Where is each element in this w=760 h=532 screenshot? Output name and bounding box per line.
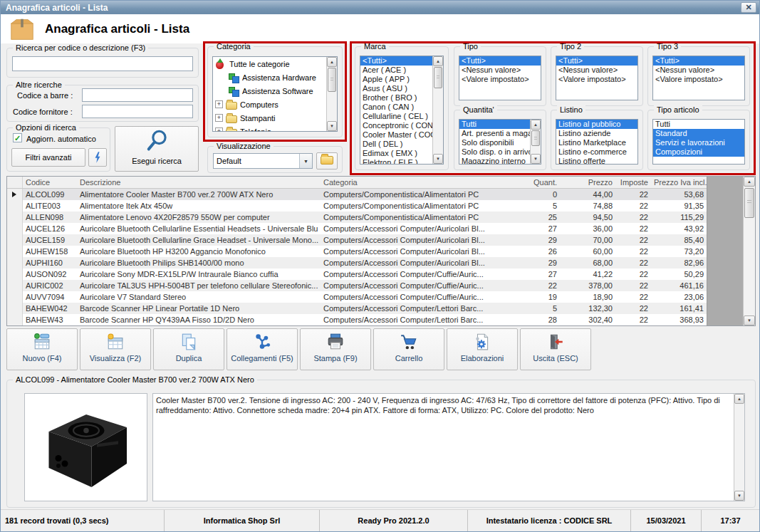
brand-option[interactable]: Brother ( BRO ) — [360, 93, 432, 103]
duplicate-button[interactable]: Duplica — [153, 328, 224, 370]
quantity-option[interactable]: Tutti — [459, 120, 530, 129]
pricelist-option[interactable]: Listino Marketplace — [556, 138, 637, 147]
table-row[interactable]: AUVV7094 Auricolare V7 Standard Stereo C… — [7, 291, 755, 303]
item-type-option[interactable]: Composizioni — [653, 147, 744, 157]
scroll-down-icon[interactable]: ▼ — [531, 154, 541, 164]
tree-expander-icon[interactable] — [215, 100, 223, 108]
scroll-up-icon[interactable]: ▲ — [744, 177, 755, 187]
brand-option[interactable]: Acer ( ACE ) — [360, 66, 432, 75]
table-row[interactable]: ALITE003 Alimentatore Itek Atx 450w Comp… — [7, 200, 755, 212]
scroll-up-icon[interactable]: ▲ — [734, 394, 744, 404]
brand-option[interactable]: Conceptronic ( CON ) — [360, 121, 432, 130]
scroll-up-icon[interactable]: ▲ — [433, 56, 443, 66]
scroll-up-icon[interactable]: ▲ — [327, 57, 337, 67]
tree-expander-icon[interactable] — [215, 114, 223, 122]
item-type-option[interactable]: Servizi e lavorazioni — [653, 138, 744, 147]
brand-option[interactable]: Elektron ( ELE ) — [360, 158, 432, 165]
table-row[interactable]: ALCOL099 Alimentatore Cooler Master B700… — [7, 189, 755, 200]
type2-option[interactable]: <Nessun valore> — [556, 66, 637, 75]
advanced-filters-button[interactable]: Filtri avanzati — [11, 148, 85, 167]
barcode-input[interactable] — [82, 88, 193, 102]
category-tree-item[interactable]: Telefonia — [213, 125, 337, 132]
brand-option[interactable]: Asus ( ASU ) — [360, 84, 432, 93]
new-button[interactable]: Nuovo (F4) — [6, 328, 78, 370]
category-tree-item[interactable]: Computers — [213, 98, 337, 111]
pricelist-option[interactable]: Listino offerte — [556, 157, 637, 165]
links-button[interactable]: Collegamenti (F5) — [227, 328, 298, 370]
column-header[interactable]: Descrizione — [77, 177, 321, 188]
scroll-down-icon[interactable]: ▼ — [744, 315, 755, 325]
quantity-scrollbar[interactable]: ▲ ▼ — [530, 120, 541, 164]
scroll-up-icon[interactable]: ▲ — [531, 120, 541, 130]
pricelist-option[interactable]: Listino e-commerce — [556, 147, 637, 157]
quantity-option[interactable]: Solo disponibili — [459, 138, 530, 147]
auto-update-checkbox[interactable]: ✓ — [13, 133, 22, 142]
type3-option[interactable]: <Valore impostato> — [653, 75, 744, 84]
brand-option[interactable]: Cellularline ( CEL ) — [360, 112, 432, 121]
table-row[interactable]: AURIC002 Auricolare TAL3US HPH-5004BT pe… — [7, 280, 755, 291]
column-header[interactable]: Imposte — [615, 177, 651, 188]
brand-option[interactable]: Apple ( APP ) — [360, 75, 432, 84]
quantity-option[interactable]: Art. presenti a maga — [459, 129, 530, 138]
brand-option[interactable]: Cooler Master ( COO ) — [360, 130, 432, 140]
print-button[interactable]: Stampa (F9) — [300, 328, 371, 370]
quantity-option[interactable]: Solo disp. o in arrivo — [459, 147, 530, 157]
table-row[interactable]: ALLEN098 Alimentatore Lenovo 4X20F28579 … — [7, 212, 755, 223]
scroll-down-icon[interactable]: ▼ — [327, 121, 337, 131]
brand-listbox[interactable]: <Tutti> Acer ( ACE ) Apple ( APP ) Asus … — [360, 56, 444, 165]
type3-option[interactable]: <Nessun valore> — [653, 66, 744, 75]
column-header[interactable]: Prezzo — [560, 177, 615, 188]
tree-expander-icon[interactable] — [215, 127, 223, 132]
type2-option[interactable]: <Tutti> — [556, 56, 637, 66]
table-row[interactable]: AUPHI160 Auricolare Bluetooth Philips SH… — [7, 257, 755, 268]
type-option[interactable]: <Tutti> — [459, 56, 541, 66]
item-type-listbox[interactable]: Tutti Standard Servizi e lavorazioni Com… — [652, 119, 745, 165]
pricelist-listbox[interactable]: Listino al pubblico Listino aziende List… — [556, 119, 638, 165]
category-tree-scrollbar[interactable]: ▲ ▼ — [326, 57, 337, 131]
brand-scrollbar[interactable]: ▲ ▼ — [432, 56, 443, 164]
quantity-option[interactable]: Magazzino interno — [459, 157, 530, 165]
type3-option[interactable]: <Tutti> — [653, 56, 744, 66]
run-search-button[interactable]: Esegui ricerca — [115, 126, 199, 172]
supplier-code-input[interactable] — [82, 105, 193, 118]
chevron-down-icon[interactable]: ▼ — [299, 154, 312, 168]
type2-option[interactable]: <Valore impostato> — [556, 75, 637, 84]
quantity-listbox[interactable]: Tutti Art. presenti a maga Solo disponib… — [459, 119, 541, 165]
quick-filter-button[interactable] — [88, 148, 107, 167]
brand-option[interactable]: Canon ( CAN ) — [360, 103, 432, 112]
table-row[interactable]: BAHEW43 Barcode Scanner HP QY439AA Fisso… — [7, 314, 755, 325]
pricelist-option[interactable]: Listino aziende — [556, 129, 637, 138]
column-header[interactable]: Categoria — [321, 177, 509, 188]
brand-option[interactable]: Dell ( DEL ) — [360, 140, 432, 149]
table-scrollbar[interactable]: ▲ ▼ — [743, 177, 755, 325]
category-tree[interactable]: Tutte le categorie Assistenza Hardware A… — [212, 56, 338, 132]
category-tree-item[interactable]: Assistenza Hardware — [213, 71, 337, 84]
table-row[interactable]: AUCEL159 Auricolare Bluetooth Cellularli… — [7, 234, 755, 246]
type-listbox[interactable]: <Tutti> <Nessun valore> <Valore impostat… — [459, 56, 541, 100]
processing-button[interactable]: Elaborazioni — [447, 328, 518, 370]
scroll-down-icon[interactable]: ▼ — [433, 154, 443, 164]
search-input[interactable] — [12, 56, 193, 71]
type2-listbox[interactable]: <Tutti> <Nessun valore> <Valore impostat… — [556, 56, 638, 100]
item-type-option[interactable]: Standard — [653, 129, 744, 138]
type-option[interactable]: <Valore impostato> — [459, 75, 541, 84]
view-button[interactable]: Visualizza (F2) — [80, 328, 151, 370]
description-scrollbar[interactable]: ▲ ▼ — [734, 394, 744, 501]
pricelist-option[interactable]: Listino al pubblico — [556, 120, 637, 129]
column-header[interactable]: Codice — [23, 177, 77, 188]
scroll-down-icon[interactable]: ▼ — [734, 491, 744, 501]
category-tree-item[interactable]: Tutte le categorie — [213, 57, 337, 71]
view-combobox[interactable]: Default ▼ — [213, 153, 313, 169]
type-option[interactable]: <Nessun valore> — [459, 66, 541, 75]
category-tree-item[interactable]: Assistenza Software — [213, 84, 337, 98]
category-tree-item[interactable]: Stampanti — [213, 111, 337, 125]
table-row[interactable]: BAHEW042 Barcode Scanner HP Linear Porta… — [7, 303, 755, 314]
open-view-button[interactable] — [316, 152, 338, 169]
item-type-option[interactable]: Tutti — [653, 120, 744, 129]
brand-option[interactable]: Edimax ( EMX ) — [360, 149, 432, 158]
column-header[interactable]: Prezzo Iva incl. — [651, 177, 707, 188]
table-row[interactable]: AUHEW158 Auricolare Bluetooth HP H3200 A… — [7, 246, 755, 257]
titlebar[interactable]: Anagrafica articoli - Lista ✕ — [1, 1, 759, 14]
cart-button[interactable]: Carrello — [373, 328, 444, 370]
type3-listbox[interactable]: <Tutti> <Nessun valore> <Valore impostat… — [652, 56, 745, 100]
